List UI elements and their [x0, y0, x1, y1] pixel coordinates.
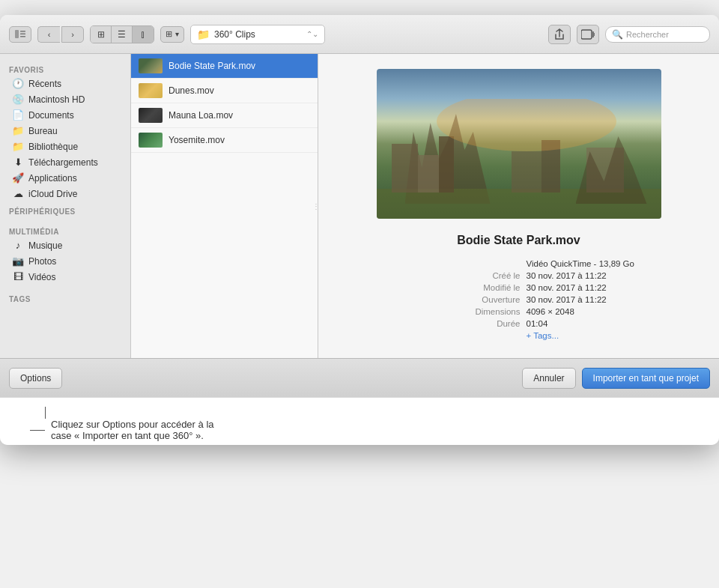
sidebar-item-photos[interactable]: 📷 Photos	[3, 253, 127, 269]
download-icon: ⬇	[12, 157, 24, 168]
tags-button[interactable]	[577, 25, 599, 44]
sidebar-item-bibliotheque[interactable]: 📁 Bibliothèque	[3, 139, 127, 154]
meta-value-modifie: 30 nov. 2017 à 11:22	[527, 283, 661, 292]
tooltip-horizontal-line	[30, 430, 45, 431]
film-icon: 🎞	[12, 271, 24, 282]
sidebar-item-applications[interactable]: 🚀 Applications	[3, 170, 127, 186]
sidebar-label-macintosh-hd: Macintosh HD	[28, 94, 85, 105]
sidebar: Favoris 🕐 Récents 💿 Macintosh HD 📄 Docum…	[0, 54, 131, 358]
file-item-bodie[interactable]: Bodie State Park.mov	[131, 54, 318, 79]
folder-bureau-icon: 📁	[12, 125, 24, 136]
sidebar-label-documents: Documents	[28, 110, 74, 121]
cloud-icon: ☁	[12, 188, 24, 199]
sidebar-label-bureau: Bureau	[28, 126, 58, 136]
annuler-button[interactable]: Annuler	[522, 368, 575, 389]
clock-icon: 🕐	[12, 78, 24, 89]
sidebar-item-bureau[interactable]: 📁 Bureau	[3, 123, 127, 139]
tooltip-vertical-line	[45, 407, 46, 419]
folder-icon: 📁	[197, 28, 210, 40]
nav-buttons: ‹ ›	[37, 26, 84, 43]
share-button[interactable]	[548, 25, 571, 44]
sidebar-item-documents[interactable]: 📄 Documents	[3, 107, 127, 123]
file-item-yosemite[interactable]: Yosemite.mov	[131, 128, 318, 153]
path-label: 360° Clips	[214, 29, 255, 40]
svg-point-14	[437, 99, 616, 151]
file-list-panel: Bodie State Park.mov Dunes.mov Mauna Loa…	[131, 54, 318, 358]
file-thumb-yosemite	[139, 133, 163, 148]
metadata-row-modifie: Modifié le 30 nov. 2017 à 11:22	[377, 283, 661, 292]
tooltip-line1: Cliquez sur Options pour accéder à la	[51, 419, 214, 430]
metadata-table: Vidéo QuickTime - 13,89 Go Créé le 30 no…	[377, 259, 661, 343]
sidebar-item-telechargements[interactable]: ⬇ Téléchargements	[3, 154, 127, 170]
sidebar-item-icloud-drive[interactable]: ☁ iCloud Drive	[3, 186, 127, 201]
sidebar-label-applications: Applications	[28, 173, 77, 184]
back-button[interactable]: ‹	[37, 26, 60, 43]
sidebar-item-videos[interactable]: 🎞 Vidéos	[3, 269, 127, 285]
sidebar-item-musique[interactable]: ♪ Musique	[3, 237, 127, 253]
sidebar-section-favoris: Favoris	[0, 60, 130, 76]
file-name-yosemite: Yosemite.mov	[169, 135, 225, 145]
sidebar-section-peripheriques: Périphériques	[0, 201, 130, 217]
toolbar: ‹ › ⊞ ☰ ⫿ ⊞ ▾ 📁 360° Clips ⌃⌄	[0, 15, 719, 54]
metadata-row-cree: Créé le 30 nov. 2017 à 11:22	[377, 271, 661, 280]
svg-rect-2	[20, 34, 25, 35]
sidebar-label-musique: Musique	[28, 240, 62, 251]
thumb-dunes-inner	[139, 83, 163, 98]
file-thumb-bodie	[139, 58, 163, 73]
meta-value-dimensions: 4096 × 2048	[527, 307, 661, 316]
search-box[interactable]: 🔍 Rechercher	[605, 26, 710, 43]
column-resize-handle[interactable]: ⋮	[314, 54, 318, 358]
meta-value-type: Vidéo QuickTime - 13,89 Go	[527, 259, 661, 268]
search-icon: 🔍	[612, 29, 623, 40]
view-icon-button[interactable]: ⊞	[91, 26, 112, 43]
svg-rect-7	[377, 189, 661, 219]
svg-rect-3	[20, 36, 25, 37]
meta-label-tags	[453, 331, 521, 340]
bottom-right-buttons: Annuler Importer en tant que projet	[522, 368, 710, 389]
forward-button[interactable]: ›	[61, 26, 84, 43]
svg-rect-0	[15, 30, 19, 38]
svg-rect-11	[512, 151, 541, 193]
sidebar-label-icloud: iCloud Drive	[28, 189, 77, 199]
tags-link[interactable]: + Tags...	[527, 331, 661, 340]
file-item-mauna-loa[interactable]: Mauna Loa.mov	[131, 103, 318, 128]
svg-rect-4	[581, 30, 592, 39]
thumb-bodie-inner	[139, 58, 163, 73]
meta-label-modifie: Modifié le	[453, 283, 521, 292]
search-placeholder: Rechercher	[626, 30, 669, 39]
svg-rect-9	[418, 155, 439, 193]
view-list-button[interactable]: ☰	[112, 26, 133, 43]
file-thumb-mauna	[139, 108, 163, 123]
arrange-button[interactable]: ⊞ ▾	[160, 26, 184, 43]
options-button[interactable]: Options	[9, 368, 62, 389]
file-name-mauna-loa: Mauna Loa.mov	[169, 110, 233, 121]
camera-icon: 📷	[12, 255, 24, 267]
preview-title: Bodie State Park.mov	[457, 234, 580, 247]
metadata-row-tags: + Tags...	[377, 331, 661, 340]
sidebar-item-macintosh-hd[interactable]: 💿 Macintosh HD	[3, 91, 127, 107]
sidebar-label-videos: Vidéos	[28, 272, 55, 282]
rocket-icon: 🚀	[12, 172, 24, 184]
document-icon: 📄	[12, 109, 24, 121]
thumb-yosemite-inner	[139, 133, 163, 148]
sidebar-toggle-button[interactable]	[9, 26, 31, 43]
preview-image	[377, 69, 661, 219]
main-content: Favoris 🕐 Récents 💿 Macintosh HD 📄 Docum…	[0, 54, 719, 358]
bottom-bar: Options Annuler Importer en tant que pro…	[0, 358, 719, 397]
sidebar-item-recents[interactable]: 🕐 Récents	[3, 76, 127, 91]
metadata-row-type: Vidéo QuickTime - 13,89 Go	[377, 259, 661, 268]
file-item-dunes[interactable]: Dunes.mov	[131, 79, 318, 103]
meta-label-type	[453, 259, 521, 268]
svg-rect-10	[439, 136, 454, 193]
importer-button[interactable]: Importer en tant que projet	[582, 368, 710, 389]
path-chevron-icon: ⌃⌄	[306, 30, 318, 38]
svg-rect-8	[392, 144, 418, 193]
path-control[interactable]: 📁 360° Clips ⌃⌄	[190, 25, 325, 44]
meta-label-dimensions: Dimensions	[453, 307, 521, 316]
preview-image-inner	[377, 69, 661, 219]
metadata-row-dimensions: Dimensions 4096 × 2048	[377, 307, 661, 316]
arrange-chevron-icon: ▾	[175, 30, 179, 38]
sidebar-label-bibliotheque: Bibliothèque	[28, 142, 78, 152]
view-column-button[interactable]: ⫿	[133, 26, 154, 43]
sidebar-section-tags: Tags	[0, 289, 130, 305]
